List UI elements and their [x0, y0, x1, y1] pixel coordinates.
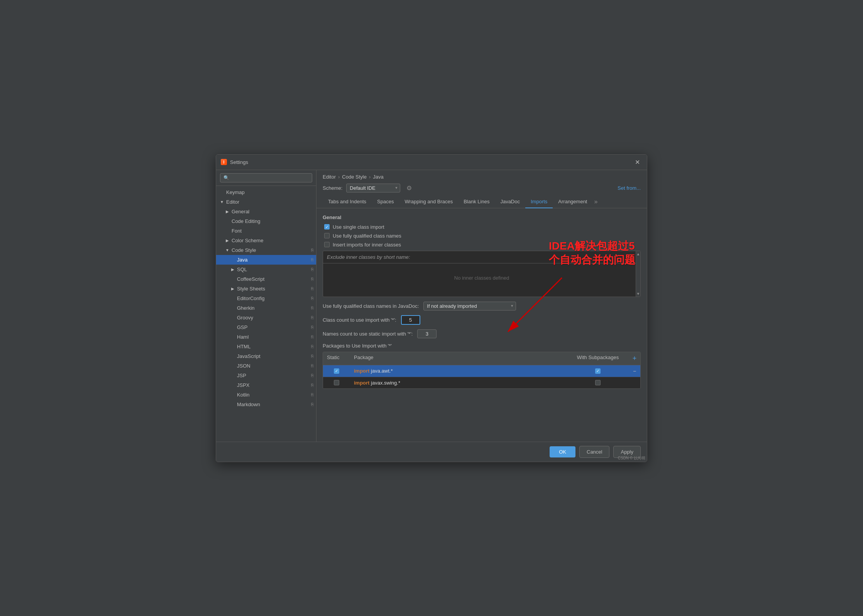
sidebar-item-sql[interactable]: ▶ SQL ⎘ — [216, 265, 316, 274]
subpackages-checkbox-1[interactable] — [595, 368, 601, 374]
copy-icon: ⎘ — [311, 383, 314, 387]
ok-button[interactable]: OK — [550, 446, 575, 457]
scheme-select-wrapper: Default IDE — [346, 184, 400, 192]
sidebar-item-kotlin[interactable]: Kotlin ⎘ — [216, 390, 316, 400]
breadcrumb-sep-2: › — [369, 174, 371, 180]
sidebar-item-font[interactable]: Font — [216, 226, 316, 236]
breadcrumb-sep-1: › — [338, 174, 340, 180]
breadcrumb-editor: Editor — [323, 174, 336, 180]
close-button[interactable]: ✕ — [633, 158, 642, 167]
sidebar-item-jspx[interactable]: JSPX ⎘ — [216, 380, 316, 390]
th-package: Package — [350, 352, 567, 365]
copy-icon: ⎘ — [311, 267, 314, 272]
sidebar-item-gherkin[interactable]: Gherkin ⎘ — [216, 303, 316, 313]
cancel-button[interactable]: Cancel — [579, 446, 609, 458]
search-input[interactable] — [220, 173, 312, 182]
sidebar-item-gsp[interactable]: GSP ⎘ — [216, 322, 316, 332]
tab-arrangement[interactable]: Arrangement — [553, 196, 592, 208]
tab-javadoc[interactable]: JavaDoc — [495, 196, 525, 208]
class-count-input[interactable] — [401, 315, 420, 325]
names-count-input[interactable] — [417, 329, 437, 338]
exclude-box: Exclude inner classes by short name: No … — [323, 251, 641, 297]
sidebar-item-markdown[interactable]: Markdown ⎘ — [216, 400, 316, 409]
dialog-title: Settings — [230, 159, 248, 165]
scheme-select[interactable]: Default IDE — [346, 184, 400, 192]
packages-table: Static Package With Subpackages + — [323, 352, 641, 389]
tab-spaces[interactable]: Spaces — [372, 196, 399, 208]
settings-dialog: I Settings ✕ Keymap ▼ Edito — [216, 154, 647, 462]
td-subpackages-1 — [567, 368, 629, 374]
sidebar-item-json[interactable]: JSON ⎘ — [216, 361, 316, 371]
sidebar-item-editor[interactable]: ▼ Editor — [216, 197, 316, 207]
arrow-icon: ▼ — [219, 200, 225, 204]
subpackages-checkbox-2[interactable] — [595, 380, 601, 385]
arrow-icon: ▶ — [225, 238, 230, 243]
checkbox-inner-imports[interactable] — [324, 242, 330, 247]
set-from-link[interactable]: Set from... — [618, 185, 641, 191]
sidebar-item-general[interactable]: ▶ General — [216, 207, 316, 216]
copy-icon: ⎘ — [311, 296, 314, 300]
copy-icon: ⎘ — [311, 315, 314, 320]
sidebar-item-coffeescript[interactable]: CoffeeScript ⎘ — [216, 274, 316, 284]
scroll-down-icon: ▼ — [636, 292, 640, 296]
sidebar-item-code-editing[interactable]: Code Editing — [216, 216, 316, 226]
javadoc-label: Use fully qualified class names in JavaD… — [323, 303, 419, 309]
checkbox-single-class-import[interactable] — [324, 224, 330, 230]
checkbox-qualified-row: Use fully qualified class names — [323, 233, 641, 239]
tab-wrapping-braces[interactable]: Wrapping and Braces — [399, 196, 458, 208]
th-static: Static — [323, 352, 350, 365]
content-area: General Use single class import Use full… — [316, 208, 647, 442]
sidebar-item-editorconfig[interactable]: EditorConfig ⎘ — [216, 294, 316, 303]
sidebar-item-jsp[interactable]: JSP ⎘ — [216, 371, 316, 380]
search-box — [216, 170, 316, 186]
import-keyword-1: import — [354, 368, 369, 374]
sidebar-item-java[interactable]: Java ⎘ — [216, 255, 316, 265]
static-checkbox-2[interactable] — [334, 380, 339, 385]
checkbox-inner-row: Insert imports for inner classes — [323, 242, 641, 248]
scheme-label: Scheme: — [323, 185, 342, 191]
checkbox-inner-label: Insert imports for inner classes — [333, 242, 401, 248]
scheme-bar: Scheme: Default IDE ⚙ Set from... — [316, 182, 647, 196]
javadoc-select[interactable]: If not already imported Always Never — [423, 302, 516, 311]
copy-icon: ⎘ — [311, 354, 314, 358]
bottom-bar: OK Cancel Apply CSDN © 以尚明 — [216, 442, 647, 462]
sidebar-item-javascript[interactable]: JavaScript ⎘ — [216, 351, 316, 361]
scheme-gear-button[interactable]: ⚙ — [404, 184, 414, 192]
table-row[interactable]: import java.awt.* − — [323, 365, 640, 377]
add-package-button[interactable]: + — [631, 354, 638, 363]
copy-icon: ⎘ — [311, 363, 314, 368]
copy-icon: ⎘ — [311, 373, 314, 378]
th-subpackages: With Subpackages — [567, 352, 629, 365]
checkbox-qualified-label: Use fully qualified class names — [333, 233, 401, 239]
arrow-icon: ▼ — [225, 248, 230, 252]
arrow-icon: ▶ — [225, 209, 230, 214]
exclude-scrollbar: ▲ ▼ — [636, 251, 640, 297]
copy-icon: ⎘ — [311, 392, 314, 397]
td-actions-1: − — [629, 368, 640, 374]
tabs-overflow-icon[interactable]: » — [594, 198, 597, 205]
names-count-label: Names count to use static import with '*… — [323, 331, 413, 337]
table-row[interactable]: import javax.swing.* — [323, 377, 640, 388]
sidebar-item-keymap[interactable]: Keymap — [216, 187, 316, 197]
sidebar-item-html[interactable]: HTML ⎘ — [216, 342, 316, 351]
sidebar-item-groovy[interactable]: Groovy ⎘ — [216, 313, 316, 322]
sidebar-item-code-style[interactable]: ▼ Code Style ⎘ — [216, 245, 316, 255]
packages-title: Packages to Use Import with '*' — [323, 343, 641, 349]
remove-package-1-button[interactable]: − — [631, 368, 638, 374]
sidebar: Keymap ▼ Editor ▶ General — [216, 170, 316, 442]
sidebar-item-haml[interactable]: Haml ⎘ — [216, 332, 316, 342]
sidebar-item-style-sheets[interactable]: ▶ Style Sheets ⎘ — [216, 284, 316, 294]
tab-imports[interactable]: Imports — [525, 196, 553, 208]
sidebar-item-color-scheme[interactable]: ▶ Color Scheme — [216, 236, 316, 245]
javadoc-row: Use fully qualified class names in JavaD… — [323, 302, 641, 311]
exclude-empty-text: No inner classes defined — [323, 263, 640, 292]
javadoc-select-wrapper: If not already imported Always Never — [423, 302, 516, 311]
tab-blank-lines[interactable]: Blank Lines — [458, 196, 495, 208]
tabs-bar: Tabs and Indents Spaces Wrapping and Bra… — [316, 196, 647, 208]
static-checkbox-1[interactable] — [334, 368, 339, 374]
copy-icon: ⎘ — [311, 305, 314, 310]
copy-icon: ⎘ — [311, 248, 314, 252]
checkbox-qualified-class-names[interactable] — [324, 233, 330, 238]
tab-tabs-indents[interactable]: Tabs and Indents — [323, 196, 372, 208]
arrow-icon: ▶ — [230, 287, 235, 291]
